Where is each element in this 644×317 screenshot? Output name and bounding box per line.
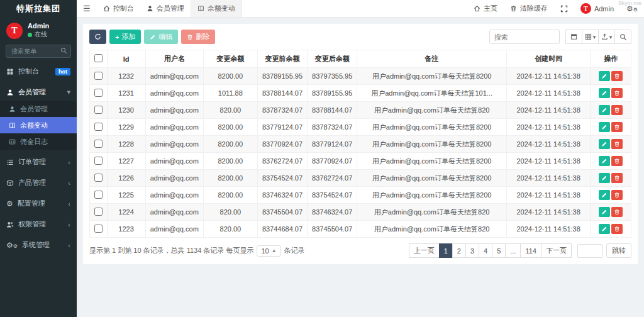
row-delete-button[interactable] <box>611 173 623 183</box>
tab-members[interactable]: 会员管理 <box>140 0 191 17</box>
menu-search <box>6 45 71 58</box>
row-edit-button[interactable] <box>599 105 610 115</box>
page-item[interactable]: 上一页 <box>409 243 440 258</box>
chevron-down-icon: ▾ <box>67 88 70 96</box>
table-search-input[interactable] <box>489 30 560 44</box>
row-checkbox[interactable] <box>94 123 103 131</box>
sidebar-toggle-button[interactable]: ☰ <box>77 0 97 17</box>
row-actions <box>591 170 631 187</box>
row-edit-button[interactable] <box>599 156 610 166</box>
row-delete-button[interactable] <box>611 88 623 98</box>
page-item[interactable]: 下一页 <box>541 243 572 258</box>
row-select-cell <box>90 102 108 119</box>
trash-icon <box>187 34 193 40</box>
row-delete-button[interactable] <box>611 71 623 81</box>
delete-button[interactable]: 删除 <box>181 30 215 44</box>
table-footer: 显示第 1 到第 10 条记录，总共 1134 条记录 每页显示 10 ▲ 条记… <box>89 243 631 258</box>
row-delete-button[interactable] <box>611 105 623 115</box>
row-edit-button[interactable] <box>599 224 610 234</box>
sidebar-item-members[interactable]: 会员管理 ▾ <box>0 84 77 101</box>
fullscreen-button[interactable] <box>554 0 574 17</box>
row-checkbox[interactable] <box>94 225 103 233</box>
page-item[interactable]: 1 <box>439 243 453 258</box>
home-link[interactable]: 主页 <box>467 0 504 17</box>
toggle-view-button[interactable] <box>565 30 582 44</box>
select-all-checkbox[interactable] <box>94 54 103 62</box>
col-remark: 备注 <box>357 50 507 68</box>
row-checkbox[interactable] <box>94 157 103 165</box>
trash-icon <box>614 226 620 232</box>
row-checkbox[interactable] <box>94 191 103 199</box>
sidebar-item-orders[interactable]: 订单管理 ‹ <box>0 153 77 170</box>
sidebar-item-config[interactable]: ⚙ 配置管理 ‹ <box>0 195 77 212</box>
account-menu[interactable]: T Admin <box>574 0 620 17</box>
jump-page-input[interactable] <box>577 244 602 258</box>
sidebar-item-commission-log[interactable]: 佣金日志 <box>0 133 77 150</box>
row-checkbox[interactable] <box>94 89 103 97</box>
pencil-icon <box>601 141 608 147</box>
page-item[interactable]: 3 <box>465 243 479 258</box>
row-select-cell <box>90 119 108 136</box>
sidebar-item-balance-change[interactable]: 余额变动 <box>0 117 77 133</box>
row-checkbox[interactable] <box>94 174 103 182</box>
row-delete-button[interactable] <box>611 139 623 149</box>
cell-before: 83746324.07 <box>257 187 307 204</box>
page-item[interactable]: 4 <box>479 243 492 258</box>
refresh-button[interactable] <box>89 30 106 44</box>
sidebar-item-system[interactable]: ⚙⚙ 系统管理 ‹ <box>0 236 77 253</box>
row-edit-button[interactable] <box>599 139 610 149</box>
add-button[interactable]: + 添加 <box>109 30 141 44</box>
row-edit-button[interactable] <box>599 190 610 200</box>
row-edit-button[interactable] <box>599 207 610 217</box>
tab-balance-change[interactable]: 余额变动 <box>191 0 242 17</box>
page-item[interactable]: 2 <box>452 243 466 258</box>
row-delete-button[interactable] <box>611 190 623 200</box>
table-row: 1229admin@qq.com8200.0083779124.07837873… <box>90 119 631 136</box>
row-delete-button[interactable] <box>611 122 623 132</box>
row-checkbox[interactable] <box>94 140 103 148</box>
page-item[interactable]: ... <box>505 243 521 258</box>
page-size-select[interactable]: 10 ▲ <box>257 245 280 257</box>
trash-icon <box>614 73 620 79</box>
trash-icon <box>614 107 620 113</box>
columns-button[interactable]: ▾ <box>582 30 599 44</box>
records-suffix: 条记录 <box>284 246 305 255</box>
cell-change: 8200.00 <box>203 187 257 204</box>
row-delete-button[interactable] <box>611 224 623 234</box>
sidebar-item-products[interactable]: 产品管理 ‹ <box>0 174 77 191</box>
sidebar-item-dashboard[interactable]: 控制台 hot <box>0 63 77 80</box>
jump-button[interactable]: 跳转 <box>606 243 631 258</box>
row-checkbox[interactable] <box>94 72 103 80</box>
cell-username: admin@qq.com <box>145 119 203 136</box>
sidebar-item-permissions[interactable]: 权限管理 ‹ <box>0 216 77 233</box>
row-checkbox[interactable] <box>94 208 103 216</box>
row-edit-button[interactable] <box>599 88 610 98</box>
row-edit-button[interactable] <box>599 173 610 183</box>
search-icon <box>619 33 627 41</box>
sidebar-item-member-manage[interactable]: 会员管理 <box>0 101 77 117</box>
row-actions <box>591 136 631 153</box>
row-edit-button[interactable] <box>599 122 610 132</box>
cell-remark: 用户admin@qq.com订单每天结算820 <box>357 221 507 238</box>
cell-after: 83770924.07 <box>308 153 357 170</box>
row-edit-button[interactable] <box>599 71 610 81</box>
cell-id: 1230 <box>107 102 145 119</box>
col-id: Id <box>107 50 145 68</box>
tab-dashboard[interactable]: 控制台 <box>97 0 140 17</box>
pencil-icon <box>601 124 608 130</box>
page-item[interactable]: 5 <box>492 243 506 258</box>
edit-button[interactable]: 编辑 <box>144 30 178 44</box>
row-actions <box>591 119 631 136</box>
trash-icon <box>614 209 620 215</box>
row-actions <box>591 102 631 119</box>
row-actions <box>591 85 631 102</box>
row-delete-button[interactable] <box>611 156 623 166</box>
export-button[interactable]: ▾ <box>598 30 615 44</box>
fullscreen-table-button[interactable] <box>614 30 631 44</box>
row-select-cell <box>90 68 108 85</box>
row-checkbox[interactable] <box>94 106 103 114</box>
table-row: 1225admin@qq.com8200.0083746324.07837545… <box>90 187 631 204</box>
row-delete-button[interactable] <box>611 207 623 217</box>
page-item[interactable]: 114 <box>520 243 541 258</box>
clear-cache-button[interactable]: 清除缓存 <box>504 0 554 17</box>
